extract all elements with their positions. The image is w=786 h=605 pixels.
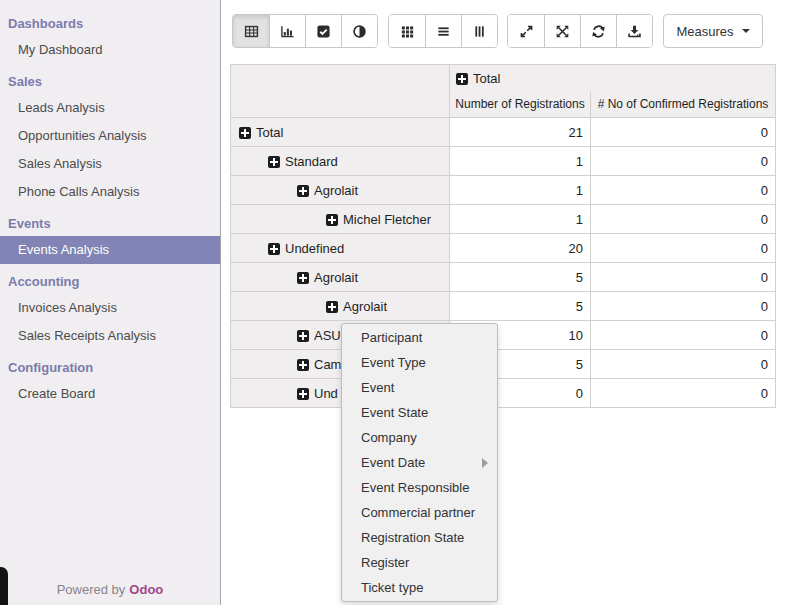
menu-item-event-state[interactable]: Event State <box>342 400 497 425</box>
sidebar-section-accounting: Accounting <box>0 270 220 294</box>
row-label: Michel Fletcher <box>343 212 431 227</box>
table-row: Agrolait 1 0 <box>231 176 776 205</box>
measures-button-label: Measures <box>676 24 733 39</box>
check-square-button[interactable] <box>305 15 341 47</box>
row-label: Agrolait <box>314 270 358 285</box>
measure-header-registrations: Number of Registrations <box>450 92 591 118</box>
cell-value: 20 <box>450 234 591 263</box>
expand-row-icon[interactable] <box>268 243 280 255</box>
menu-item-commercial-partner[interactable]: Commercial partner <box>342 500 497 525</box>
cell-value: 0 <box>591 263 776 292</box>
menu-item-registration-state[interactable]: Registration State <box>342 525 497 550</box>
row-header-undefined[interactable]: Undefined <box>231 234 450 263</box>
dashboard-sidebar: Dashboards My Dashboard Sales Leads Anal… <box>0 0 221 605</box>
expand-row-icon[interactable] <box>239 127 251 139</box>
sidebar-item-sales-analysis[interactable]: Sales Analysis <box>0 150 220 178</box>
check-square-icon <box>316 24 331 39</box>
expand-row-icon[interactable] <box>268 156 280 168</box>
vertical-bars-icon <box>472 24 487 39</box>
arrows-all-button[interactable] <box>544 15 580 47</box>
horizontal-bars-button[interactable] <box>425 15 461 47</box>
cell-value: 0 <box>591 147 776 176</box>
vertical-bars-button[interactable] <box>461 15 497 47</box>
table-row: ASU 10 0 <box>231 321 776 350</box>
sidebar-item-leads-analysis[interactable]: Leads Analysis <box>0 94 220 122</box>
pivot-column-group-header[interactable]: Total <box>450 65 776 92</box>
menu-item-participant[interactable]: Participant <box>342 325 497 350</box>
expand-row-icon[interactable] <box>297 272 309 284</box>
row-header-agrolait-2[interactable]: Agrolait <box>231 263 450 292</box>
menu-item-event[interactable]: Event <box>342 375 497 400</box>
contrast-button[interactable] <box>341 15 377 47</box>
table-row: Michel Fletcher 1 0 <box>231 205 776 234</box>
table-row: Cam 5 0 <box>231 350 776 379</box>
powered-by-footer: Powered byOdoo <box>0 577 220 603</box>
row-header-agrolait-3[interactable]: Agrolait <box>231 292 450 321</box>
expand-row-icon[interactable] <box>297 330 309 342</box>
bar-chart-icon <box>280 24 295 39</box>
corner-black-box <box>0 567 8 605</box>
sidebar-item-opportunities-analysis[interactable]: Opportunities Analysis <box>0 122 220 150</box>
odoo-brand-link[interactable]: Odoo <box>129 582 163 597</box>
refresh-button[interactable] <box>580 15 616 47</box>
download-button[interactable] <box>616 15 652 47</box>
cell-value: 0 <box>591 234 776 263</box>
arrows-all-directions-icon <box>555 24 570 39</box>
expand-row-icon[interactable] <box>326 214 338 226</box>
cell-value: 5 <box>450 292 591 321</box>
menu-item-event-type[interactable]: Event Type <box>342 350 497 375</box>
expand-row-icon[interactable] <box>297 185 309 197</box>
measures-dropdown-button[interactable]: Measures <box>663 14 763 48</box>
grid-dots-button[interactable] <box>389 15 425 47</box>
cell-value: 21 <box>450 118 591 147</box>
action-button-group <box>507 14 653 48</box>
caret-down-icon <box>742 29 750 33</box>
row-label: Und <box>314 386 338 401</box>
sidebar-section-events: Events <box>0 212 220 236</box>
sidebar-item-create-board[interactable]: Create Board <box>0 380 220 408</box>
table-view-button[interactable] <box>233 15 269 47</box>
measure-header-confirmed-registrations: # No of Confirmed Registrations <box>591 92 776 118</box>
menu-item-company[interactable]: Company <box>342 425 497 450</box>
cell-value: 1 <box>450 205 591 234</box>
grid-dots-icon <box>400 24 415 39</box>
sidebar-item-my-dashboard[interactable]: My Dashboard <box>0 36 220 64</box>
row-label: Agrolait <box>343 299 387 314</box>
menu-item-ticket-type[interactable]: Ticket type <box>342 575 497 600</box>
row-label: Total <box>256 125 283 140</box>
sidebar-item-sales-receipts-analysis[interactable]: Sales Receipts Analysis <box>0 322 220 350</box>
sidebar-section-configuration: Configuration <box>0 356 220 380</box>
menu-item-label: Event Date <box>361 455 425 470</box>
expand-row-icon[interactable] <box>297 388 309 400</box>
view-switch-button-group <box>232 14 378 48</box>
pivot-table: Total Number of Registrations # No of Co… <box>230 64 776 408</box>
pivot-table-container: Total Number of Registrations # No of Co… <box>230 64 776 408</box>
cell-value: 0 <box>591 118 776 147</box>
cell-value: 0 <box>591 292 776 321</box>
table-row: Agrolait 5 0 <box>231 263 776 292</box>
horizontal-bars-icon <box>436 24 451 39</box>
menu-item-event-responsible[interactable]: Event Responsible <box>342 475 497 500</box>
submenu-arrow-icon <box>482 458 488 468</box>
sidebar-item-phone-calls-analysis[interactable]: Phone Calls Analysis <box>0 178 220 206</box>
menu-item-event-date[interactable]: Event Date <box>342 450 497 475</box>
pivot-corner-cell <box>231 65 450 118</box>
sidebar-item-invoices-analysis[interactable]: Invoices Analysis <box>0 294 220 322</box>
powered-by-text: Powered by <box>57 582 126 597</box>
row-header-total[interactable]: Total <box>231 118 450 147</box>
bar-chart-view-button[interactable] <box>269 15 305 47</box>
cell-value: 0 <box>591 205 776 234</box>
expand-row-icon[interactable] <box>326 301 338 313</box>
expand-column-icon[interactable] <box>456 73 468 85</box>
row-header-michel-fletcher[interactable]: Michel Fletcher <box>231 205 450 234</box>
cell-value: 0 <box>591 379 776 408</box>
sidebar-item-events-analysis[interactable]: Events Analysis <box>0 236 220 264</box>
row-label: Cam <box>314 357 341 372</box>
row-header-standard[interactable]: Standard <box>231 147 450 176</box>
expand-button[interactable] <box>508 15 544 47</box>
menu-item-register[interactable]: Register <box>342 550 497 575</box>
row-header-agrolait[interactable]: Agrolait <box>231 176 450 205</box>
expand-row-icon[interactable] <box>297 359 309 371</box>
groupby-dropdown-menu: Participant Event Type Event Event State… <box>341 323 498 602</box>
table-row: Undefined 20 0 <box>231 234 776 263</box>
